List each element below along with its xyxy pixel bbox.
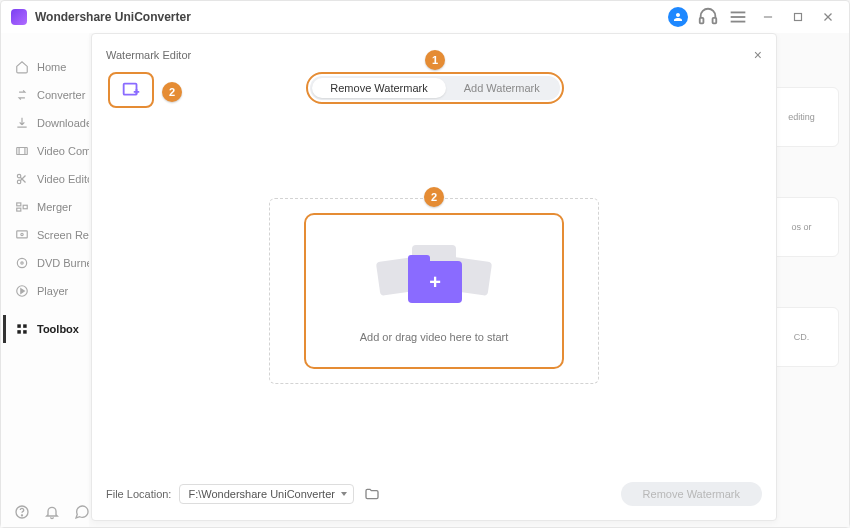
watermark-editor-modal: Watermark Editor × 2 1 Remove Watermark xyxy=(91,33,777,521)
sidebar-item-converter[interactable]: Converter xyxy=(1,81,89,109)
tab-remove-watermark[interactable]: Remove Watermark xyxy=(312,78,445,98)
folder-plus-icon: + xyxy=(374,239,494,313)
tab-label: Remove Watermark xyxy=(330,82,427,94)
user-avatar[interactable] xyxy=(667,6,689,28)
svg-rect-29 xyxy=(124,84,137,95)
modal-footer: File Location: F:\Wondershare UniConvert… xyxy=(106,480,762,508)
minimize-button[interactable] xyxy=(757,6,779,28)
close-icon[interactable]: × xyxy=(754,47,762,63)
annotation-badge-1: 1 xyxy=(425,50,445,70)
feedback-icon[interactable] xyxy=(74,504,90,520)
sidebar-item-label: Home xyxy=(37,61,66,73)
maximize-button[interactable] xyxy=(787,6,809,28)
sidebar-item-video-compressor[interactable]: Video Compressor xyxy=(1,137,89,165)
sidebar-item-player[interactable]: Player xyxy=(1,277,89,305)
sidebar-item-home[interactable]: Home xyxy=(1,53,89,81)
add-file-button[interactable]: 2 xyxy=(108,72,154,108)
svg-rect-17 xyxy=(17,208,21,211)
app-title: Wondershare UniConverter xyxy=(35,10,191,24)
svg-rect-26 xyxy=(23,324,27,328)
svg-marker-24 xyxy=(21,289,24,294)
sidebar-item-label: Merger xyxy=(37,201,72,213)
open-folder-icon[interactable] xyxy=(362,485,382,503)
tabs-highlight: Remove Watermark Add Watermark xyxy=(306,72,563,104)
sidebar-item-label: Video Compressor xyxy=(37,145,89,157)
file-location-label: File Location: xyxy=(106,488,171,500)
watermark-tabs: Remove Watermark Add Watermark xyxy=(310,76,559,100)
sidebar-item-video-editor[interactable]: Video Editor xyxy=(1,165,89,193)
dropzone[interactable]: 2 + Add or drag video here to start xyxy=(269,198,599,384)
svg-rect-18 xyxy=(23,205,27,209)
sidebar-item-label: Toolbox xyxy=(37,323,79,335)
svg-rect-28 xyxy=(23,330,27,334)
sidebar-item-merger[interactable]: Merger xyxy=(1,193,89,221)
tab-add-watermark[interactable]: Add Watermark xyxy=(446,78,558,98)
svg-point-21 xyxy=(17,258,26,267)
app-logo-icon xyxy=(11,9,27,25)
tab-label: Add Watermark xyxy=(464,82,540,94)
svg-rect-6 xyxy=(795,14,802,21)
svg-rect-1 xyxy=(713,18,717,23)
sidebar-item-toolbox[interactable]: Toolbox xyxy=(1,315,89,343)
svg-rect-9 xyxy=(17,148,28,155)
sidebar: Home Converter Downloader Video Compress… xyxy=(1,33,89,527)
sidebar-item-label: Player xyxy=(37,285,68,297)
app-window: Wondershare UniConverter Home xyxy=(0,0,850,528)
main-area: editing os or CD. Watermark Editor × 2 1 xyxy=(89,33,849,527)
sidebar-item-label: Screen Recorder xyxy=(37,229,89,241)
annotation-badge-2: 2 xyxy=(424,187,444,207)
statusbar xyxy=(14,504,90,520)
sidebar-item-label: Video Editor xyxy=(37,173,89,185)
modal-title: Watermark Editor xyxy=(106,49,191,61)
dropzone-area: 2 + Add or drag video here to start xyxy=(106,108,762,474)
close-window-button[interactable] xyxy=(817,6,839,28)
titlebar: Wondershare UniConverter xyxy=(1,1,849,33)
file-location-select[interactable]: F:\Wondershare UniConverter xyxy=(179,484,354,504)
svg-rect-27 xyxy=(17,330,21,334)
sidebar-item-label: Downloader xyxy=(37,117,89,129)
svg-rect-19 xyxy=(17,231,28,238)
dropzone-inner[interactable]: + Add or drag video here to start xyxy=(304,213,564,369)
svg-rect-25 xyxy=(17,324,21,328)
sidebar-item-label: DVD Burner xyxy=(37,257,89,269)
bell-icon[interactable] xyxy=(44,504,60,520)
sidebar-item-label: Converter xyxy=(37,89,85,101)
body: Home Converter Downloader Video Compress… xyxy=(1,33,849,527)
svg-rect-0 xyxy=(700,18,704,23)
toolbar-row: 2 1 Remove Watermark Add Watermark xyxy=(106,72,762,108)
sidebar-item-downloader[interactable]: Downloader xyxy=(1,109,89,137)
help-icon[interactable] xyxy=(14,504,30,520)
sidebar-item-dvd-burner[interactable]: DVD Burner xyxy=(1,249,89,277)
headset-icon[interactable] xyxy=(697,6,719,28)
svg-point-22 xyxy=(21,262,23,264)
remove-watermark-button[interactable]: Remove Watermark xyxy=(621,482,762,506)
dropzone-text: Add or drag video here to start xyxy=(360,331,509,343)
hamburger-icon[interactable] xyxy=(727,6,749,28)
svg-rect-16 xyxy=(17,203,21,206)
sidebar-item-screen-recorder[interactable]: Screen Recorder xyxy=(1,221,89,249)
file-location-value: F:\Wondershare UniConverter xyxy=(188,488,335,500)
svg-point-20 xyxy=(21,233,23,235)
svg-point-31 xyxy=(21,515,22,516)
